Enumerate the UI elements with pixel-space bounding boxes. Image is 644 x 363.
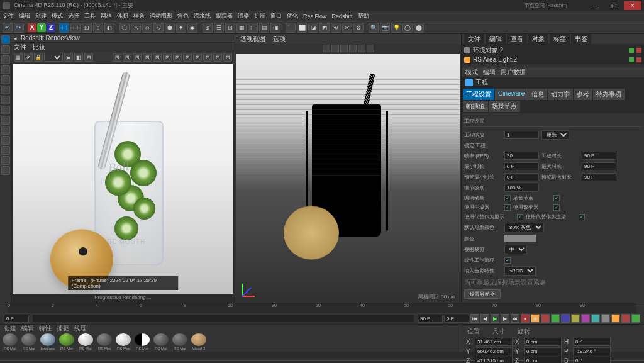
viewport-tool-button[interactable] <box>367 45 374 52</box>
render-tool-button[interactable]: ⊡ <box>113 53 121 62</box>
left-tool-button[interactable] <box>1 86 10 94</box>
obj-tab[interactable]: 书签 <box>571 34 591 44</box>
tl-tool-button[interactable] <box>601 314 610 323</box>
tl-key-button[interactable]: ◆ <box>531 314 540 323</box>
viewport-tool-button[interactable] <box>331 45 339 52</box>
render-tool-button[interactable]: ⊡ <box>193 53 202 62</box>
toolbar-button[interactable]: ⚙ <box>353 23 364 33</box>
obj-tab[interactable]: 标签 <box>550 34 570 44</box>
checkbox[interactable]: ✓ <box>579 214 585 220</box>
material-item[interactable]: RS Mat <box>77 333 94 350</box>
material-item[interactable]: RS Mat <box>96 333 113 350</box>
render-header[interactable]: ◂ Redshift RenderView <box>11 34 235 43</box>
checkbox[interactable]: ✓ <box>517 214 523 220</box>
render-tool-button[interactable]: ⊡ <box>153 53 162 62</box>
menu-选择[interactable]: 选择 <box>68 12 79 20</box>
lock-icon[interactable]: 🔒 <box>34 53 43 62</box>
render-tool-button[interactable]: ⊡ <box>173 53 182 62</box>
object-list[interactable]: 环境对象.2RS Area Light.2RS Area Light.1RS A… <box>462 44 644 64</box>
render-tool-button[interactable]: ⊙ <box>24 53 33 62</box>
toolbar-button[interactable]: ⬢ <box>165 23 175 33</box>
render-tool-button[interactable]: ⊡ <box>163 53 172 62</box>
toolbar-button[interactable]: ⊡ <box>82 23 92 33</box>
object-item[interactable]: 环境对象.2 <box>463 45 643 55</box>
toolbar-button[interactable]: ⬡ <box>119 23 130 33</box>
menu-RealFlow[interactable]: RealFlow <box>303 13 327 20</box>
min-input[interactable] <box>504 162 539 170</box>
menu-网格[interactable]: 网格 <box>101 12 112 20</box>
menu-角色[interactable]: 角色 <box>177 12 189 20</box>
tl-tool-button[interactable] <box>611 314 620 323</box>
tl-play-button[interactable]: ▶ <box>491 314 499 323</box>
menu-跟踪器[interactable]: 跟踪器 <box>216 12 233 20</box>
toolbar-button[interactable]: ○ <box>93 23 103 33</box>
left-tool-button[interactable] <box>1 35 10 44</box>
material-item[interactable]: RS Mat <box>58 333 75 350</box>
tl-current-input[interactable] <box>444 315 469 323</box>
redo-button[interactable]: ↷ <box>14 23 24 33</box>
toolbar-button[interactable]: ◇ <box>142 23 152 33</box>
pos-y-input[interactable] <box>475 347 513 355</box>
minimize-button[interactable]: ─ <box>586 1 604 10</box>
toolbar-button[interactable]: ◩ <box>319 23 330 33</box>
checkbox[interactable]: ✓ <box>504 204 511 211</box>
viewport-canvas[interactable]: 网格间距: 50 cm <box>236 54 460 301</box>
timeline-scrollbar[interactable] <box>33 315 414 322</box>
viewport-tool-button[interactable] <box>323 45 330 52</box>
menu-模式[interactable]: 模式 <box>52 12 63 20</box>
left-tool-button[interactable] <box>1 166 10 175</box>
render-tool-button[interactable]: ⊡ <box>223 53 232 62</box>
toolbar-button[interactable]: ◪ <box>308 23 318 33</box>
pos-z-input[interactable] <box>475 357 513 363</box>
toolbar-button[interactable]: 🔍 <box>369 23 379 33</box>
toolbar-button[interactable]: △ <box>131 23 141 33</box>
render-toggle[interactable] <box>636 57 641 62</box>
object-item[interactable]: RS Area Light.2 <box>463 55 643 64</box>
attr-tab[interactable]: 动力学 <box>548 89 573 100</box>
checkbox[interactable]: ✓ <box>553 195 560 201</box>
detail-input[interactable] <box>504 184 539 192</box>
menu-文件[interactable]: 文件 <box>3 12 14 20</box>
clip-select[interactable]: 中 <box>504 245 527 254</box>
left-tool-button[interactable] <box>1 136 10 145</box>
left-tool-button[interactable] <box>1 126 10 135</box>
toolbar-button[interactable]: ⟲ <box>331 23 341 33</box>
menu-优化[interactable]: 优化 <box>287 12 298 20</box>
color-swatch[interactable] <box>504 235 536 242</box>
toolbar-button[interactable]: ✦ <box>176 23 186 33</box>
mat-tab[interactable]: 创建 <box>4 324 16 333</box>
tl-prev-button[interactable]: ◀ <box>480 314 489 323</box>
toolbar-button[interactable]: ◉ <box>187 23 197 33</box>
left-tool-button[interactable] <box>1 55 10 64</box>
size-x-input[interactable] <box>524 338 562 346</box>
visibility-toggle[interactable] <box>629 48 634 53</box>
size-y-input[interactable] <box>524 347 562 355</box>
mat-tab[interactable]: 纹理 <box>74 324 87 333</box>
mat-tab[interactable]: 捕捉 <box>57 324 69 333</box>
left-tool-button[interactable] <box>1 106 10 114</box>
attr-tab[interactable]: 场景节点 <box>489 101 520 112</box>
size-z-input[interactable] <box>524 357 562 363</box>
menu-Redshift[interactable]: Redshift <box>332 13 353 20</box>
tl-tool-button[interactable] <box>541 314 550 323</box>
toolbar-button[interactable]: ⬛ <box>286 23 296 33</box>
fps-input[interactable] <box>504 152 539 160</box>
unit-select[interactable]: 厘米 <box>541 130 569 140</box>
toolbar-button[interactable]: ▦ <box>236 23 247 33</box>
scale-input[interactable] <box>504 131 539 139</box>
render-tool-button[interactable]: ▦ <box>14 53 23 62</box>
material-item[interactable]: RS Mat <box>152 333 170 350</box>
material-list[interactable]: RS MatRS MatlonglassRS MatRS MatRS MatRS… <box>0 332 462 352</box>
undo-button[interactable]: ↶ <box>3 23 13 33</box>
mat-tab[interactable]: 编辑 <box>21 324 34 333</box>
left-tool-button[interactable] <box>1 75 10 84</box>
checkbox[interactable]: ✓ <box>553 204 560 211</box>
toolbar-button[interactable]: ◐ <box>104 23 114 33</box>
left-tool-button[interactable] <box>1 146 10 155</box>
menu-流水线[interactable]: 流水线 <box>194 12 211 20</box>
toolbar-button[interactable]: 📷 <box>380 23 390 33</box>
left-tool-button[interactable] <box>1 96 10 104</box>
viewport-tool-button[interactable] <box>340 45 348 52</box>
material-item[interactable]: RS Mat <box>133 333 151 350</box>
render-tool-button[interactable]: ⊡ <box>123 53 131 62</box>
